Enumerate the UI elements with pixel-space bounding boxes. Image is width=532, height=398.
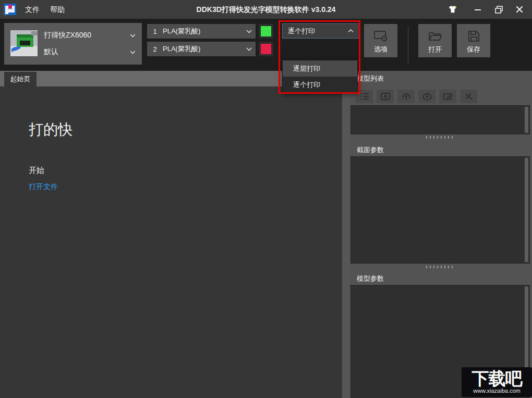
printer-profile-label: 默认 — [44, 47, 58, 57]
watermark-url: www.xiazaiba.com — [473, 388, 520, 394]
main-toolbar: 打得快ZX6060 默认 1 PLA(聚乳酸) 2 — [0, 19, 532, 71]
material-1-index: 1 — [147, 28, 163, 35]
open-button[interactable]: 打开 — [418, 24, 452, 57]
model-params-header: 模型参数 — [357, 274, 384, 283]
maximize-button[interactable] — [488, 0, 509, 19]
model-delete-button[interactable] — [460, 90, 477, 103]
open-folder-icon — [427, 29, 443, 44]
section-params-scrollbar[interactable] — [525, 158, 528, 262]
app-window: 文件 帮助 DDK3D打得快发光字模型转换软件 v3.0.24 — [0, 0, 532, 398]
print-mode-popup: 逐层打印 逐个打印 — [282, 60, 358, 93]
page-title: 打的快 — [29, 120, 72, 140]
tab-start-page[interactable]: 起始页 — [4, 72, 37, 86]
model-list-header: 模型列表 — [357, 74, 384, 83]
chevron-down-icon — [130, 34, 136, 38]
right-panel: 模型列表 — [349, 71, 532, 398]
tshirt-icon — [448, 5, 457, 14]
list-icon — [360, 93, 369, 100]
box-down-arrow-icon — [422, 92, 432, 101]
print-mode-dropdown[interactable]: 逐个打印 — [282, 23, 359, 39]
model-snapshot-button[interactable] — [377, 90, 394, 103]
minimize-icon — [474, 6, 481, 13]
section-params-well — [350, 156, 530, 264]
save-button[interactable]: 保存 — [457, 24, 490, 57]
chevron-down-icon — [246, 30, 252, 33]
open-file-link[interactable]: 打开文件 — [29, 182, 58, 192]
start-page-content: 打的快 开始 打开文件 — [0, 86, 342, 398]
save-floppy-icon — [466, 29, 481, 44]
rotate-icon — [402, 92, 411, 101]
printer-model-label: 打得快ZX6060 — [44, 31, 91, 40]
model-rotate-button[interactable] — [397, 90, 415, 103]
model-drop-button[interactable] — [418, 90, 436, 103]
material-1-name: PLA(聚乳酸) — [163, 27, 242, 36]
splitter-grip[interactable] — [426, 136, 455, 139]
chevron-down-icon — [246, 47, 252, 51]
close-icon — [516, 6, 523, 13]
section-params-header: 截面参数 — [357, 145, 384, 155]
restore-icon — [495, 6, 503, 14]
watermark-badge: 下载吧 www.xiazaiba.com — [462, 367, 532, 397]
model-list-view-button[interactable] — [356, 90, 373, 103]
material-2-color-swatch[interactable] — [259, 42, 273, 56]
printer-photo — [10, 30, 38, 56]
print-mode-option-object[interactable]: 逐个打印 — [283, 77, 357, 93]
vertical-splitter[interactable] — [342, 71, 349, 398]
model-list-scrollbar[interactable] — [525, 107, 528, 133]
watermark-logo: 下载吧 — [472, 370, 522, 388]
material-2-index: 2 — [147, 45, 163, 53]
theme-button[interactable] — [442, 0, 463, 19]
options-button-label: 选项 — [374, 45, 388, 54]
material-1-color-swatch[interactable] — [259, 24, 273, 39]
edit-icon — [443, 93, 453, 100]
chevron-up-icon — [348, 29, 354, 33]
minimize-button[interactable] — [467, 0, 488, 19]
title-bar: 文件 帮助 DDK3D打得快发光字模型转换软件 v3.0.24 — [0, 0, 532, 19]
start-section-label: 开始 — [29, 166, 44, 176]
material-1-dropdown[interactable]: 1 PLA(聚乳酸) — [147, 24, 256, 39]
open-button-label: 打开 — [428, 45, 442, 54]
image-icon — [381, 93, 390, 100]
model-list-well — [350, 105, 530, 134]
options-button[interactable]: 选项 — [364, 24, 397, 57]
toolbar-divider — [408, 26, 408, 64]
printer-model-dropdown[interactable]: 打得快ZX6060 — [44, 29, 136, 42]
print-mode-option-layer[interactable]: 逐层打印 — [283, 60, 357, 77]
material-2-dropdown[interactable]: 2 PLA(聚乳酸) — [147, 42, 256, 56]
delete-x-icon — [465, 93, 473, 100]
save-button-label: 保存 — [467, 45, 480, 54]
monitor-gear-icon — [373, 29, 389, 44]
splitter-grip[interactable] — [426, 266, 455, 268]
printer-selector: 打得快ZX6060 默认 — [4, 23, 142, 65]
printer-profile-dropdown[interactable]: 默认 — [44, 46, 136, 58]
model-edit-button[interactable] — [439, 90, 456, 103]
close-button[interactable] — [509, 0, 530, 19]
material-2-name: PLA(聚乳酸) — [163, 44, 242, 54]
chevron-down-icon — [130, 51, 136, 54]
print-mode-selected: 逐个打印 — [288, 27, 315, 36]
